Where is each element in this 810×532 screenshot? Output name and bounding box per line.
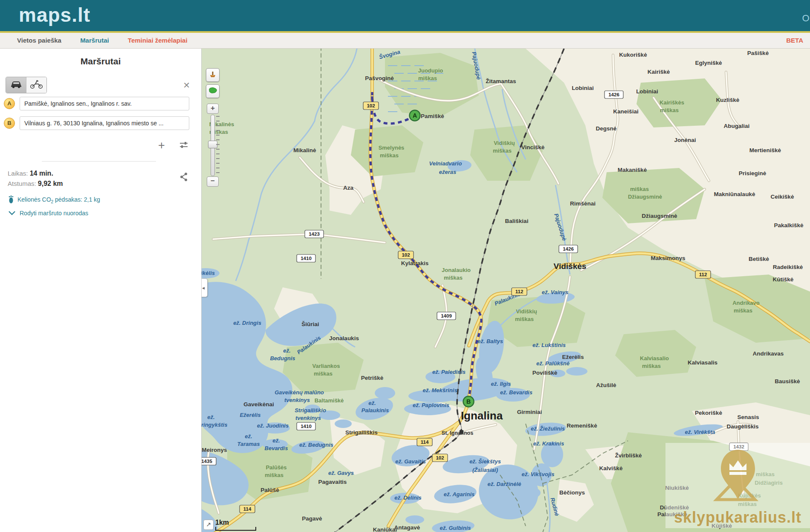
waypoint-a-input[interactable] (20, 97, 189, 110)
map-label: Mikalinė (293, 147, 316, 153)
map-label: Ignalina (461, 409, 503, 422)
route-marker-a[interactable]: A (410, 110, 420, 121)
map-label: (Žaliasiai) (472, 467, 498, 473)
map-label: Bausiškė (775, 378, 800, 385)
svg-text:1426: 1426 (608, 92, 619, 97)
map-label: Bedugnis (270, 355, 295, 361)
map-label: Senasis (737, 414, 759, 420)
measure-tool-button[interactable] (206, 68, 220, 82)
map-canvas[interactable]: PašvoginėŽitamantasPamiškėMikalinėVinciš… (202, 49, 810, 532)
road-badge: 1409 (437, 312, 456, 320)
map-label: miškas (314, 370, 333, 377)
map-label: ež. (368, 400, 376, 406)
zoom-in-button[interactable]: + (207, 104, 219, 114)
svg-text:102: 102 (367, 103, 375, 108)
lithuania-extent-button[interactable] (206, 84, 220, 98)
motorcycle-mode-button[interactable] (26, 77, 46, 93)
beta-badge: BETA (786, 33, 803, 48)
road-badge: 114 (417, 438, 432, 446)
close-icon[interactable]: ✕ (183, 80, 190, 90)
map-label: Mertieniškė (749, 147, 781, 153)
map-label: ež. Žiežulinis (531, 425, 565, 432)
map-label: Kuzliškė (716, 97, 740, 103)
maps-lt-logo[interactable]: maps.lt (19, 3, 90, 26)
waypoint-b-row: B (0, 116, 202, 131)
lithuania-map-icon (208, 87, 217, 96)
svg-text:1409: 1409 (441, 313, 452, 318)
map-label: Jonalaukio (442, 267, 471, 273)
map-label: Kalviškė (599, 465, 623, 471)
nav-teminiai-zemelapiai[interactable]: Teminiai žemėlapiai (128, 37, 188, 44)
map-label: Petriškė (361, 375, 384, 381)
map-label: ež. (283, 347, 290, 354)
route-options-icon[interactable] (179, 141, 188, 151)
watermark-crown-pin-icon (706, 446, 770, 510)
show-directions-link[interactable]: Rodyti maršruto nuorodas (9, 210, 88, 217)
map-label: ež. Bevardis (500, 389, 532, 396)
map-label: Girminiai (517, 409, 542, 415)
add-waypoint-button[interactable]: + (156, 139, 167, 152)
map-label: Vinciškė (521, 144, 545, 150)
map-label: miškas (418, 75, 437, 81)
route-marker-b[interactable]: B (463, 396, 474, 407)
route-distance: Atstumas: 9,92 km (8, 180, 63, 188)
route-time: Laikas: 14 min. (8, 170, 53, 177)
svg-text:1410: 1410 (301, 424, 312, 429)
map-label: tvenkinys (284, 397, 310, 403)
motorcycle-icon (30, 80, 43, 91)
sidebar-title: Maršrutai (0, 56, 201, 66)
map-label: Eglyniškė (695, 60, 722, 66)
map-scale: 1km (215, 519, 256, 531)
car-mode-button[interactable] (6, 77, 26, 93)
map-label: Makaniškė (618, 167, 647, 173)
sidebar-collapse-tab[interactable]: ◄ (202, 278, 208, 297)
svg-text:102: 102 (436, 455, 444, 460)
map-label: Pagavaitis (318, 479, 347, 485)
share-icon[interactable] (179, 172, 188, 183)
co2-footprint-row[interactable]: Kelionės CO2 pėdsakas: 2,1 kg (9, 195, 100, 205)
svg-text:112: 112 (515, 289, 524, 294)
footprint-icon (9, 195, 14, 205)
watermark-overlay: sklypukaralius.lt (665, 443, 810, 528)
map-label: St. Ignalinos (442, 430, 473, 436)
map-label: Antagavė (394, 524, 420, 531)
map-label: Kylatrakis (401, 260, 429, 266)
road-badge: 1435 (202, 457, 216, 465)
map-label: Velniadvario (429, 160, 462, 167)
map-label: Pagavė (302, 515, 322, 522)
fullscreen-button[interactable]: ↗ (203, 520, 214, 530)
map-label: Betiškė (749, 256, 770, 262)
map-label: Kairiškė (648, 69, 670, 75)
nav-marsrutai[interactable]: Maršrutai (80, 37, 109, 44)
map-label: Abugaliai (724, 123, 750, 129)
zoom-out-button[interactable]: − (207, 176, 219, 187)
map-label: ež. Šiekštys (469, 458, 501, 465)
map-label: Kaneišiai (613, 108, 638, 115)
map-label: ež. Daržinėlė (488, 481, 521, 487)
map-label: Meironys (202, 447, 227, 453)
road-badge: 1423 (305, 230, 324, 238)
waypoint-b-input[interactable] (20, 116, 189, 130)
svg-text:114: 114 (243, 506, 252, 512)
header-right-clipped-link[interactable]: Or (802, 13, 810, 24)
svg-text:1426: 1426 (563, 246, 574, 252)
map-label: miškas (265, 472, 284, 478)
map-label: ež. Paplovinis (413, 402, 449, 408)
map-label: ež. Juodinis (257, 422, 289, 429)
waypoint-b-marker: B (4, 118, 15, 129)
map-label: miškas (642, 363, 661, 369)
map-label: Kalviasalio (640, 355, 669, 361)
nav-vietos-paieska[interactable]: Vietos paieška (17, 37, 61, 44)
chevron-down-icon (9, 210, 15, 217)
co2-text: Kelionės CO2 pėdsakas: 2,1 kg (17, 196, 100, 204)
map-label: Prisieginė (739, 170, 767, 176)
map-label: miškas (444, 275, 463, 281)
svg-text:1423: 1423 (309, 231, 320, 237)
map-label: Palūšės (266, 464, 286, 471)
zoom-slider[interactable] (211, 115, 215, 176)
road-badge: 1410 (297, 422, 315, 430)
map-label: Juodupio (418, 67, 443, 74)
map-label: ež. Krakinis (533, 440, 564, 447)
svg-text:102: 102 (402, 252, 410, 257)
map-label: Šiūriai (301, 321, 319, 327)
